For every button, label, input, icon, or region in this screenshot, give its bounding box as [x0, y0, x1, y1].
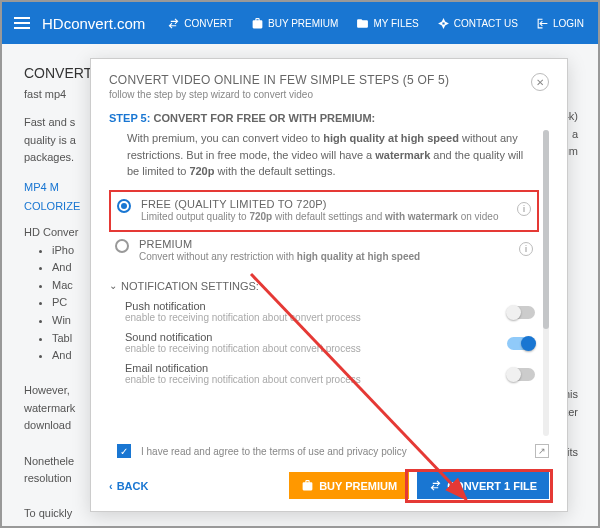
nav-contact-us[interactable]: CONTACT US — [431, 13, 524, 34]
radio-premium[interactable] — [115, 239, 129, 253]
modal-footer: ‹BACK BUY PREMIUM CONVERT 1 FILE — [109, 464, 549, 499]
option-free-title: FREE (QUALITY LIMITED TO 720P) — [141, 198, 507, 210]
scrollbar-thumb[interactable] — [543, 130, 549, 329]
agree-text: I have read and agree to the terms of us… — [141, 446, 407, 457]
toggle-push[interactable] — [507, 306, 535, 319]
option-premium-desc: Convert without any restriction with hig… — [139, 250, 509, 264]
notification-settings-head[interactable]: ⌄ NOTIFICATION SETTINGS: — [109, 280, 539, 292]
radio-free[interactable] — [117, 199, 131, 213]
agree-row: ✓ I have read and agree to the terms of … — [117, 444, 549, 458]
nav-convert[interactable]: CONVERT — [161, 13, 239, 34]
top-nav: CONVERT BUY PREMIUM MY FILES CONTACT US … — [161, 13, 590, 34]
chevron-down-icon: ⌄ — [109, 280, 117, 291]
close-icon[interactable]: ✕ — [531, 73, 549, 91]
nav-buy-premium[interactable]: BUY PREMIUM — [245, 13, 344, 34]
toggle-email[interactable] — [507, 368, 535, 381]
premium-description: With premium, you can convert video to h… — [127, 130, 535, 180]
modal-scroll-area: With premium, you can convert video to h… — [109, 130, 549, 436]
toggle-sound[interactable] — [507, 337, 535, 350]
chevron-left-icon: ‹ — [109, 480, 113, 492]
back-button[interactable]: ‹BACK — [109, 480, 148, 492]
info-icon[interactable]: i — [517, 202, 531, 216]
info-icon[interactable]: i — [519, 242, 533, 256]
option-premium[interactable]: PREMIUM Convert without any restriction … — [109, 232, 539, 270]
agree-checkbox[interactable]: ✓ — [117, 444, 131, 458]
convert-file-button[interactable]: CONVERT 1 FILE — [417, 472, 549, 499]
notif-push: Push notificationenable to receiving not… — [109, 296, 539, 327]
external-link-icon[interactable]: ↗ — [535, 444, 549, 458]
option-free[interactable]: FREE (QUALITY LIMITED TO 720P) Limited o… — [109, 190, 539, 232]
convert-wizard-modal: CONVERT VIDEO ONLINE IN FEW SIMPLE STEPS… — [90, 58, 568, 512]
scrollbar[interactable] — [543, 130, 549, 436]
modal-title: CONVERT VIDEO ONLINE IN FEW SIMPLE STEPS… — [109, 73, 449, 87]
step-heading: STEP 5: CONVERT FOR FREE OR WITH PREMIUM… — [109, 112, 549, 124]
hamburger-icon[interactable] — [10, 11, 34, 35]
brand-title[interactable]: HDconvert.com — [42, 15, 145, 32]
buy-premium-button[interactable]: BUY PREMIUM — [289, 472, 409, 499]
option-free-desc: Limited output quality to 720p with defa… — [141, 210, 507, 224]
notif-sound: Sound notificationenable to receiving no… — [109, 327, 539, 358]
app-header: HDconvert.com CONVERT BUY PREMIUM MY FIL… — [2, 2, 598, 44]
nav-my-files[interactable]: MY FILES — [350, 13, 424, 34]
notif-email: Email notificationenable to receiving no… — [109, 358, 539, 389]
modal-subtitle: follow the step by step wizard to conver… — [109, 89, 449, 100]
option-premium-title: PREMIUM — [139, 238, 509, 250]
nav-login[interactable]: LOGIN — [530, 13, 590, 34]
